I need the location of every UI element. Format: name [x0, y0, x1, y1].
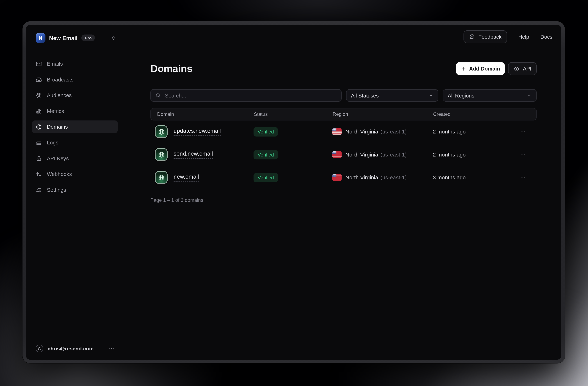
workspace-logo-initial: N: [39, 35, 42, 41]
domain-globe-icon: [155, 171, 168, 184]
sidebar-item-settings[interactable]: Settings: [32, 183, 118, 196]
table-row: new.email Verified North Virginia (us-ea…: [150, 166, 537, 189]
row-menu-button[interactable]: ⋯: [518, 127, 528, 136]
created-cell: 2 months ago ⋯: [433, 127, 537, 136]
sidebar-item-label: Metrics: [47, 108, 64, 114]
sidebar-item-label: Audiences: [47, 92, 72, 98]
us-flag-icon: [332, 128, 342, 135]
plan-badge: Pro: [81, 35, 95, 41]
sidebar-item-label: Emails: [47, 61, 63, 67]
sidebar-item-domains[interactable]: Domains: [32, 120, 118, 133]
sidebar: N New Email Pro Emails: [26, 25, 124, 360]
users-icon: [36, 92, 42, 98]
api-label: API: [523, 66, 531, 72]
table-header: Domain Status Region Created: [150, 108, 537, 121]
status-cell: Verified: [253, 173, 332, 182]
user-email: chris@resend.com: [48, 346, 94, 351]
region-name: North Virginia: [345, 174, 378, 180]
status-badge: Verified: [253, 173, 278, 182]
chevron-up-down-icon: [111, 35, 116, 41]
user-row: C chris@resend.com ⋯: [36, 345, 116, 352]
add-domain-button[interactable]: Add Domain: [456, 62, 505, 75]
table-row: send.new.email Verified North Virginia (…: [150, 143, 537, 166]
region-code: (us-east-1): [380, 129, 407, 134]
sidebar-item-broadcasts[interactable]: Broadcasts: [32, 73, 118, 86]
add-domain-label: Add Domain: [469, 66, 500, 72]
api-button[interactable]: API: [508, 62, 537, 75]
page-actions: Add Domain API: [456, 62, 537, 75]
workspace-logo: N: [36, 33, 45, 43]
sidebar-item-logs[interactable]: Logs: [32, 136, 118, 149]
column-header-region: Region: [333, 111, 433, 117]
region-cell: North Virginia (us-east-1): [332, 128, 433, 135]
arrows-up-down-icon: [36, 171, 42, 177]
search-input[interactable]: [164, 92, 336, 99]
column-header-created: Created: [433, 111, 536, 117]
created-cell: 3 months ago ⋯: [433, 172, 537, 182]
docs-link[interactable]: Docs: [540, 34, 552, 40]
domain-link[interactable]: new.email: [174, 173, 199, 182]
sidebar-item-metrics[interactable]: Metrics: [32, 105, 118, 117]
inbox-icon: [36, 76, 42, 83]
status-cell: Verified: [253, 150, 332, 159]
sidebar-item-api-keys[interactable]: API Keys: [32, 152, 118, 165]
created-value: 2 months ago: [433, 152, 466, 158]
sidebar-item-label: Logs: [47, 140, 59, 146]
status-badge: Verified: [253, 127, 278, 136]
domains-table-body: updates.new.email Verified North Virgini…: [150, 120, 537, 189]
mail-icon: [36, 61, 42, 67]
chevron-down-icon: [429, 93, 434, 98]
chevron-down-icon: [527, 93, 532, 98]
search-icon: [155, 93, 161, 98]
workspace-switcher[interactable]: N New Email Pro: [26, 32, 124, 43]
region-cell: North Virginia (us-east-1): [332, 174, 433, 181]
pagination-status: Page 1 – 1 of 3 domains: [150, 197, 537, 203]
sidebar-item-label: Webhooks: [47, 171, 72, 177]
status-badge: Verified: [253, 150, 278, 159]
created-value: 3 months ago: [433, 174, 466, 180]
sidebar-item-label: Settings: [47, 187, 66, 193]
user-menu-button[interactable]: ⋯: [107, 345, 116, 352]
created-cell: 2 months ago ⋯: [433, 150, 537, 159]
domain-cell: updates.new.email: [150, 125, 253, 138]
region-name: North Virginia: [345, 152, 378, 158]
row-menu-button[interactable]: ⋯: [518, 172, 528, 182]
region-filter-value: All Regions: [448, 92, 474, 98]
top-bar: Feedback Help Docs: [124, 25, 561, 49]
feedback-button[interactable]: Feedback: [463, 30, 507, 43]
region-filter-select[interactable]: All Regions: [443, 89, 537, 102]
sidebar-item-emails[interactable]: Emails: [32, 57, 118, 70]
lock-icon: [36, 155, 42, 161]
region-code: (us-east-1): [380, 174, 407, 180]
search-box: [150, 89, 342, 102]
help-link[interactable]: Help: [518, 34, 529, 40]
created-value: 2 months ago: [433, 129, 466, 134]
region-code: (us-east-1): [380, 152, 407, 158]
status-filter-select[interactable]: All Statuses: [346, 89, 438, 102]
sidebar-nav: Emails Broadcasts Audiences: [26, 57, 124, 196]
domain-link[interactable]: send.new.email: [174, 150, 213, 159]
status-cell: Verified: [253, 127, 332, 136]
code-icon: [514, 65, 520, 72]
plus-icon: [461, 66, 466, 71]
us-flag-icon: [332, 151, 342, 158]
workspace-name: New Email: [49, 35, 78, 41]
domain-link[interactable]: updates.new.email: [174, 128, 221, 136]
row-menu-button[interactable]: ⋯: [518, 150, 528, 159]
desktop-background: N New Email Pro Emails: [0, 0, 588, 386]
domain-globe-icon: [155, 125, 168, 138]
domain-cell: new.email: [150, 171, 253, 184]
page-title: Domains: [150, 63, 192, 74]
domain-cell: send.new.email: [150, 148, 253, 161]
main-column: Feedback Help Docs Domains Add: [124, 25, 561, 360]
avatar: C: [36, 345, 43, 352]
rows-icon: [36, 139, 42, 146]
sidebar-item-audiences[interactable]: Audiences: [32, 89, 118, 102]
feedback-label: Feedback: [479, 34, 502, 40]
sidebar-item-label: Domains: [47, 124, 68, 130]
globe-icon: [36, 124, 42, 130]
sidebar-item-webhooks[interactable]: Webhooks: [32, 168, 118, 180]
column-header-status: Status: [254, 111, 333, 117]
feedback-bubble-icon: [469, 34, 475, 40]
region-name: North Virginia: [345, 129, 378, 134]
